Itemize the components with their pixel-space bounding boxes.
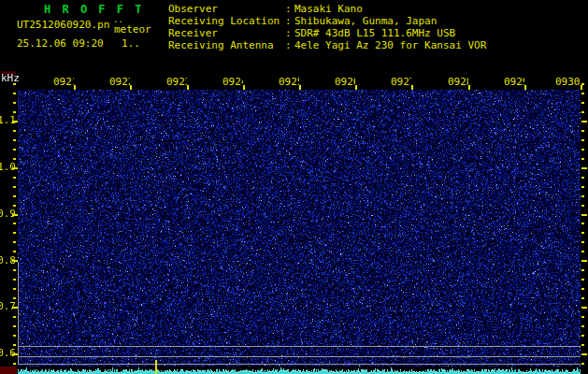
tick [581,205,584,207]
tick [581,344,584,346]
tick [130,85,132,90]
tick [13,205,16,207]
info-sep: : [285,27,292,39]
app-title: H R O F F T [44,3,144,16]
tick [13,325,16,327]
tick [13,149,16,151]
tick [13,279,16,280]
tick [581,269,584,271]
tick [13,139,16,141]
x-tick-label: 0923 [166,76,187,88]
info-label: Observer [168,3,218,15]
tick [411,85,413,90]
reference-line [18,356,581,357]
tick [581,93,584,94]
tick [13,177,16,179]
info-value: SDR# 43dB L15 111.6MHz USB [294,27,455,39]
x-tick-label: 0928 [448,76,468,88]
spectrogram-canvas [18,90,581,367]
tick [13,232,16,234]
tick [243,85,245,90]
tick [581,111,584,113]
tick [581,251,584,252]
tick [12,167,18,169]
info-sep: : [285,3,292,15]
x-tick-label: 0926 [335,76,355,88]
tick [581,195,584,197]
info-sep: : [285,39,292,51]
tick [581,223,584,224]
tick [581,353,587,355]
tick [581,158,584,160]
tick [581,232,584,234]
info-label: Receiving Location [168,15,280,27]
tick [12,307,18,309]
info-value: Masaki Kano [294,3,363,15]
hrofft-screen: { "header": { "app_title": "H R O F F T"… [0,0,588,374]
tick [13,195,16,197]
tick [187,85,189,90]
corner-block [0,367,17,374]
tick [581,325,584,327]
x-tick-label: 0930 [555,76,583,88]
tick [13,344,16,346]
tick [13,288,16,290]
tick [13,158,16,160]
tick [581,139,584,141]
tick [13,269,16,271]
tick [12,353,18,355]
tick [581,85,582,90]
tick [13,130,16,132]
tick [581,83,584,85]
tick [581,307,587,309]
tick [581,149,584,151]
tick [581,279,584,280]
info-value: Shibukawa, Gunma, Japan [294,15,437,27]
x-tick-label: 0922 [109,76,130,88]
tick [13,363,16,365]
tick [581,214,587,216]
reference-line [18,346,581,347]
counter-label: 1.. [122,37,140,50]
tick [13,335,16,337]
tick [13,111,16,113]
tick [13,251,16,252]
tick [13,102,16,104]
info-sep: : [285,15,292,27]
tick [13,93,16,94]
reference-line [18,364,581,365]
reference-line-vertical [18,262,19,365]
tick [13,83,16,85]
tick [581,316,584,318]
tick [12,260,18,262]
x-tick-label: 0925 [279,76,299,88]
tick [12,214,18,216]
y-axis-unit-label: kHz [1,72,20,84]
tick [581,130,584,132]
mode-label: meteor [114,23,151,36]
tick [581,241,584,243]
signal-level-strip-canvas [18,367,581,374]
tick [581,102,584,104]
tick [13,297,16,299]
x-tick-label: 0927 [391,76,411,88]
tick [13,241,16,243]
tick [468,85,470,90]
tick [581,186,584,188]
tick [581,260,587,262]
x-tick-label: 0929 [504,76,524,88]
info-label: Receiver [168,27,218,39]
filename-label: UT2512060920.pn [17,19,109,31]
info-value: 4ele Yagi Az 230 for Kansai VOR [294,39,486,51]
tick [581,167,587,169]
tick [581,121,587,122]
tick [581,177,584,179]
tick [12,121,18,122]
x-tick-label: 0924 [222,76,243,88]
x-tick-label: 0921 [53,76,74,88]
info-label: Receiving Antenna [168,39,274,51]
tick [581,335,584,337]
tick [13,223,16,224]
tick [13,316,16,318]
datetime-label: 25.12.06 09:20 [17,37,104,50]
